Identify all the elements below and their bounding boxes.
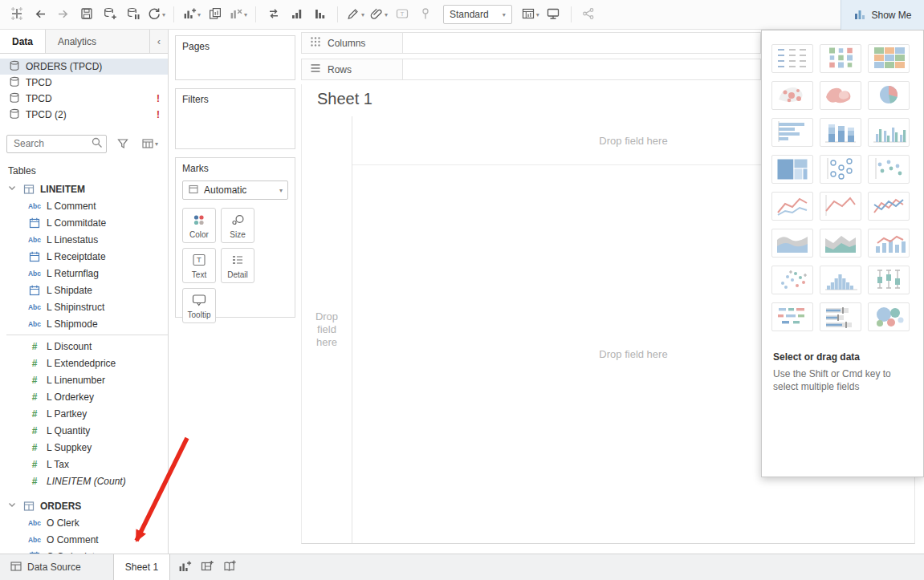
undo-button[interactable] (30, 3, 50, 26)
side-by-side-circles-icon (870, 156, 907, 183)
marks-color-button[interactable]: Color (182, 208, 216, 243)
presentation-mode-button[interactable] (543, 3, 564, 26)
showme-packed-bubbles[interactable] (868, 302, 910, 331)
rows-shelf[interactable]: Rows (301, 59, 761, 80)
showme-symbol-map[interactable] (771, 81, 813, 110)
field-item[interactable]: AbcO Comment (0, 531, 168, 548)
clear-sheet-button[interactable]: ▾ (228, 3, 248, 26)
collapse-pane-icon[interactable]: ‹ (150, 30, 168, 53)
fit-dropdown[interactable]: Standard▾ (443, 5, 512, 24)
field-item[interactable]: #L Extendedprice (0, 355, 168, 371)
marks-detail-button[interactable]: Detail (221, 248, 254, 283)
showme-discrete-lines[interactable] (820, 192, 861, 221)
field-item[interactable]: #L Linenumber (0, 371, 168, 388)
showme-circle-views[interactable] (820, 155, 861, 184)
field-label: O Comment (47, 534, 99, 546)
showme-text-table[interactable] (771, 44, 813, 73)
fix-axes-button[interactable] (415, 3, 435, 26)
field-item[interactable]: #L Quantity (0, 422, 168, 439)
marks-tooltip-button[interactable]: Tooltip (182, 288, 216, 323)
field-item[interactable]: #L Orderkey (0, 388, 168, 405)
showme-histogram[interactable] (820, 266, 861, 294)
share-button[interactable] (579, 3, 599, 26)
view-options-icon[interactable]: ▾ (140, 132, 160, 155)
field-item[interactable]: AbcL Shipinstruct (0, 298, 168, 315)
table-node[interactable]: ORDERS (0, 497, 168, 514)
run-update-button[interactable]: ▾ (146, 3, 166, 26)
sort-descending-button[interactable] (310, 3, 330, 26)
showme-scatter-plot[interactable] (771, 266, 813, 294)
sort-ascending-button[interactable] (287, 3, 307, 26)
table-node[interactable]: LINEITEM (0, 180, 168, 197)
showme-box-and-whisker[interactable] (868, 266, 910, 294)
new-story-button[interactable] (218, 554, 241, 580)
datasource-item[interactable]: TPCD! (0, 91, 168, 107)
field-item[interactable]: #L Discount (0, 338, 168, 355)
redo-button[interactable] (53, 3, 73, 26)
tableau-logo-button[interactable] (6, 3, 26, 26)
highlight-button[interactable]: ▾ (345, 3, 365, 26)
show-hide-cards-button[interactable]: ▾ (520, 3, 540, 26)
field-item[interactable]: L Commitdate (0, 214, 168, 231)
pages-card[interactable]: Pages (175, 35, 295, 80)
datasource-item[interactable]: TPCD (0, 75, 168, 91)
mark-type-dropdown[interactable]: Automatic ▾ (182, 180, 288, 200)
showme-gantt[interactable] (771, 302, 813, 331)
showme-pie-chart[interactable] (868, 81, 910, 110)
field-item[interactable]: L Shipdate (0, 282, 168, 298)
field-item[interactable]: #LINEITEM (Count) (0, 473, 168, 489)
showme-discrete-area[interactable] (820, 229, 861, 258)
showme-bullet-graph[interactable] (820, 302, 861, 331)
field-item[interactable]: AbcL Shipmode (0, 315, 168, 332)
new-dashboard-button[interactable] (196, 554, 218, 580)
showme-heat-map[interactable] (820, 44, 861, 73)
field-item[interactable]: #L Tax (0, 456, 168, 473)
pause-auto-updates-button[interactable] (123, 3, 143, 26)
datasource-item[interactable]: TPCD (2)! (0, 107, 168, 123)
field-item[interactable]: AbcO Clerk (0, 514, 168, 531)
filter-fields-icon[interactable] (112, 132, 132, 155)
drop-zone-left[interactable]: Drop field here (302, 116, 352, 543)
field-item[interactable]: #L Suppkey (0, 439, 168, 456)
show-mark-labels-button[interactable]: T (392, 3, 412, 26)
new-worksheet-button[interactable] (173, 554, 196, 580)
field-item[interactable]: AbcL Returnflag (0, 265, 168, 282)
swap-rows-columns-button[interactable] (263, 3, 283, 26)
expand-caret-icon[interactable] (6, 499, 18, 513)
filters-card[interactable]: Filters (175, 88, 295, 149)
group-members-button[interactable]: ▾ (368, 3, 389, 26)
field-item[interactable]: AbcL Linestatus (0, 231, 168, 248)
new-worksheet-button[interactable]: ▾ (181, 3, 201, 26)
sheet1-tab[interactable]: Sheet 1 (113, 554, 170, 580)
showme-side-by-side-circles[interactable] (868, 155, 910, 184)
duplicate-button[interactable] (205, 3, 225, 26)
dropdown-caret-icon: ▾ (155, 140, 158, 148)
showme-horizontal-bars[interactable] (771, 118, 813, 147)
showme-side-by-side-bars[interactable] (868, 118, 910, 147)
showme-dual-lines[interactable] (868, 192, 910, 221)
show-me-button[interactable]: Show Me (841, 0, 924, 30)
marks-size-button[interactable]: Size (221, 208, 254, 243)
save-button[interactable] (76, 3, 96, 26)
new-data-source-button[interactable] (100, 3, 120, 26)
showme-continuous-lines[interactable] (771, 192, 813, 221)
field-item[interactable]: L Receiptdate (0, 248, 168, 265)
datasource-item[interactable]: ORDERS (TPCD) (0, 59, 168, 75)
field-item[interactable]: #L Partkey (0, 405, 168, 422)
showme-treemap[interactable] (771, 155, 813, 184)
showme-filled-map[interactable] (820, 81, 861, 110)
showme-stacked-bars[interactable] (820, 118, 861, 147)
showme-dual-combination[interactable] (868, 229, 910, 258)
columns-shelf[interactable]: Columns (301, 32, 761, 54)
showme-continuous-area[interactable] (771, 229, 813, 258)
tab-data[interactable]: Data (0, 30, 46, 53)
tab-analytics[interactable]: Analytics (46, 30, 150, 53)
data-source-tab[interactable]: Data Source (0, 554, 91, 580)
expand-caret-icon[interactable] (6, 182, 18, 196)
field-item[interactable]: AbcL Comment (0, 197, 168, 214)
showme-highlight-table[interactable] (868, 44, 910, 73)
field-item[interactable]: O Orderdate (0, 548, 168, 554)
marks-text-button[interactable]: TText (182, 248, 216, 283)
search-input[interactable] (12, 137, 91, 150)
search-box[interactable] (6, 135, 107, 153)
